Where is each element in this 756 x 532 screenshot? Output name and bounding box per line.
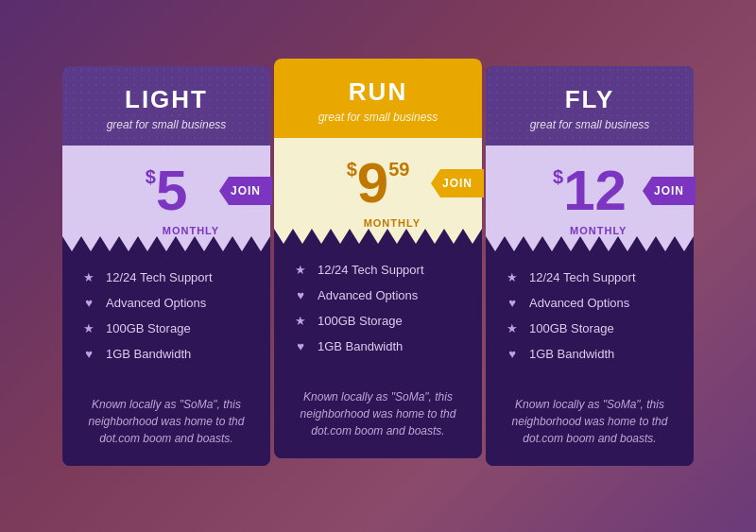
plan-header-fly: FLYgreat for small business (486, 66, 694, 146)
price-amount-run: 9 (357, 155, 388, 212)
star-icon: ★ (505, 321, 520, 335)
price-period-light: MONTHLY (163, 225, 219, 236)
feature-text-light-2: 100GB Storage (106, 321, 191, 335)
price-period-fly: MONTHLY (570, 225, 627, 236)
price-wrapper-fly: $12MONTHLY (553, 163, 627, 219)
join-button-fly[interactable]: JOIN (643, 177, 696, 205)
plan-subtitle-run: great for small business (288, 111, 468, 124)
price-cents-run: 59 (388, 159, 409, 180)
plan-pricing-light: $5MONTHLYJOIN (62, 146, 270, 236)
feature-item-run-1: ♥Advanced Options (293, 288, 463, 302)
feature-text-run-1: Advanced Options (318, 288, 418, 302)
plan-card-fly: FLYgreat for small business$12MONTHLYJOI… (486, 66, 694, 466)
price-wrapper-run: $959MONTHLY (347, 155, 410, 212)
feature-item-fly-2: ★100GB Storage (505, 321, 675, 335)
star-icon: ★ (81, 321, 96, 335)
card-inner-fly: ★12/24 Tech Support♥Advanced Options★100… (486, 236, 694, 466)
star-icon: ★ (293, 263, 308, 277)
heart-icon: ♥ (293, 288, 308, 302)
plan-description-run: Known locally as "SoMa", this neighborho… (274, 379, 482, 458)
heart-icon: ♥ (293, 339, 308, 353)
feature-text-light-1: Advanced Options (106, 296, 206, 310)
plan-header-run: RUNgreat for small business (274, 59, 482, 138)
plan-description-fly: Known locally as "SoMa", this neighborho… (486, 386, 694, 466)
plan-pricing-run: $959MONTHLYJOIN (274, 138, 482, 229)
feature-item-light-0: ★12/24 Tech Support (81, 270, 251, 284)
heart-icon: ♥ (81, 296, 96, 310)
price-amount-light: 5 (156, 163, 187, 219)
price-amount-fly: 12 (563, 163, 627, 219)
feature-text-run-3: 1GB Bandwidth (318, 339, 403, 353)
feature-text-light-0: 12/24 Tech Support (106, 270, 213, 284)
price-wrapper-light: $5MONTHLY (146, 163, 188, 219)
heart-icon: ♥ (505, 296, 520, 310)
plan-card-light: LIGHTgreat for small business$5MONTHLYJO… (62, 66, 270, 466)
feature-text-fly-1: Advanced Options (529, 296, 629, 310)
zigzag-divider-light (62, 236, 270, 251)
plan-header-light: LIGHTgreat for small business (62, 66, 270, 146)
feature-item-run-0: ★12/24 Tech Support (293, 263, 463, 277)
zigzag-divider-run (274, 229, 482, 244)
plan-features-run: ★12/24 Tech Support♥Advanced Options★100… (274, 244, 482, 379)
price-dollar-fly: $ (553, 166, 563, 188)
star-icon: ★ (293, 314, 308, 328)
plan-subtitle-light: great for small business (77, 118, 256, 131)
plan-subtitle-fly: great for small business (500, 118, 679, 131)
plan-description-light: Known locally as "SoMa", this neighborho… (62, 386, 270, 466)
feature-text-fly-0: 12/24 Tech Support (529, 270, 636, 284)
feature-item-run-3: ♥1GB Bandwidth (293, 339, 463, 353)
card-inner-run: ★12/24 Tech Support♥Advanced Options★100… (274, 229, 482, 458)
feature-item-fly-0: ★12/24 Tech Support (505, 270, 675, 284)
feature-text-run-0: 12/24 Tech Support (318, 263, 424, 277)
heart-icon: ♥ (505, 347, 520, 361)
feature-item-fly-3: ♥1GB Bandwidth (505, 347, 675, 361)
join-button-light[interactable]: JOIN (219, 177, 272, 205)
feature-text-light-3: 1GB Bandwidth (106, 347, 191, 361)
join-button-run[interactable]: JOIN (431, 169, 484, 197)
star-icon: ★ (505, 270, 520, 284)
plan-name-run: RUN (288, 77, 468, 107)
plan-name-light: LIGHT (77, 85, 256, 114)
feature-item-light-2: ★100GB Storage (81, 321, 251, 335)
plan-name-fly: FLY (500, 85, 679, 114)
price-dollar-run: $ (347, 159, 357, 180)
feature-item-run-2: ★100GB Storage (293, 314, 463, 328)
plan-features-light: ★12/24 Tech Support♥Advanced Options★100… (62, 251, 270, 386)
heart-icon: ♥ (81, 347, 96, 361)
feature-text-fly-3: 1GB Bandwidth (529, 347, 614, 361)
feature-item-light-3: ♥1GB Bandwidth (81, 347, 251, 361)
plan-card-run: RUNgreat for small business$959MONTHLYJO… (274, 59, 482, 458)
plan-pricing-fly: $12MONTHLYJOIN (486, 146, 694, 236)
card-inner-light: ★12/24 Tech Support♥Advanced Options★100… (62, 236, 270, 466)
feature-item-light-1: ♥Advanced Options (81, 296, 251, 310)
feature-item-fly-1: ♥Advanced Options (505, 296, 675, 310)
price-period-run: MONTHLY (364, 217, 421, 229)
star-icon: ★ (81, 270, 96, 284)
pricing-container: LIGHTgreat for small business$5MONTHLYJO… (34, 38, 722, 494)
feature-text-fly-2: 100GB Storage (529, 321, 614, 335)
plan-features-fly: ★12/24 Tech Support♥Advanced Options★100… (486, 251, 694, 386)
price-dollar-light: $ (146, 166, 156, 188)
feature-text-run-2: 100GB Storage (318, 314, 403, 328)
zigzag-divider-fly (486, 236, 694, 251)
